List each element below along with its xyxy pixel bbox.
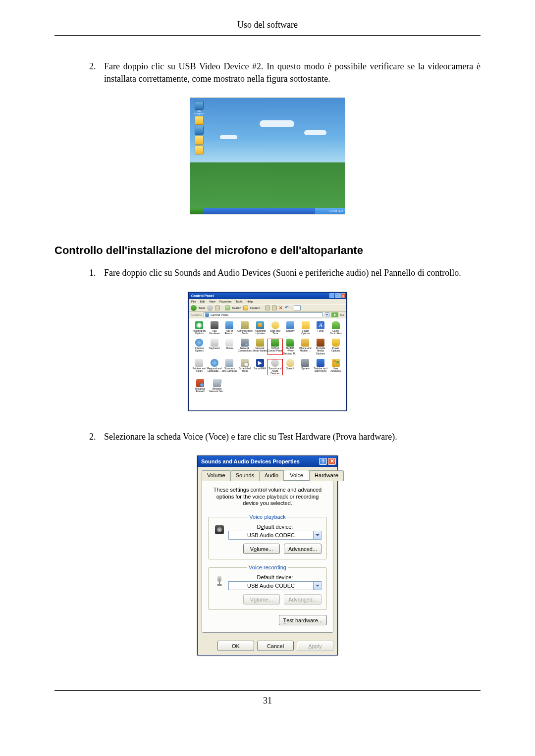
chevron-down-icon[interactable] bbox=[314, 531, 321, 540]
cp-item-portable-media[interactable]: Portable Media Devices bbox=[313, 339, 328, 355]
playback-device-combo[interactable]: USB Audio CODEC bbox=[228, 531, 321, 540]
menu-file[interactable]: File bbox=[191, 300, 196, 303]
microphone-icon bbox=[214, 574, 225, 586]
menu-tools[interactable]: Tools bbox=[236, 300, 243, 303]
power-options-icon bbox=[332, 339, 340, 347]
tab-sounds[interactable]: Sounds bbox=[230, 470, 260, 481]
cp-item-folder-options[interactable]: Folder Options bbox=[298, 321, 314, 335]
display-icon bbox=[286, 321, 294, 329]
cp-item-date-time[interactable]: Date and Time bbox=[268, 321, 283, 335]
apply-button: Apply bbox=[297, 641, 333, 651]
cp-item-phone-modem[interactable]: Phone and Modem ... bbox=[298, 339, 313, 355]
figure-control-panel: Control Panel － ▢ ✕ File Edit View Favor… bbox=[54, 292, 481, 411]
help-button[interactable]: ? bbox=[319, 458, 327, 465]
cp-item-automatic-updates[interactable]: Automatic Updates bbox=[253, 321, 268, 335]
cp-item-taskbar-startmenu[interactable]: Taskbar and Start Menu bbox=[313, 359, 328, 375]
fonts-icon: A bbox=[317, 321, 324, 329]
tab-voice[interactable]: Voice bbox=[283, 470, 310, 480]
tab-voice-pane: These settings control volume and advanc… bbox=[202, 480, 333, 633]
desktop-icon[interactable] bbox=[192, 146, 206, 154]
recording-volume-button: Volume... bbox=[243, 594, 280, 605]
step-text: Fare doppio clic su Sounds and Audio Dev… bbox=[104, 267, 481, 279]
undo-icon[interactable]: ↶ bbox=[285, 305, 289, 310]
search-icon[interactable] bbox=[225, 305, 230, 310]
cp-item-system[interactable]: System bbox=[298, 359, 313, 375]
cp-item-wireless-network[interactable]: Wireless Network Set... bbox=[209, 379, 225, 393]
cp-item-sounds-audio-devices[interactable]: Sounds and Audio Devices bbox=[268, 359, 283, 375]
taskbar[interactable]: 1:37 PM 14:59 bbox=[190, 208, 345, 214]
portable-media-icon bbox=[317, 339, 324, 347]
address-combo[interactable]: Control Panel bbox=[204, 312, 323, 317]
playback-device-value: USB Audio CODEC bbox=[228, 531, 314, 540]
go-button[interactable] bbox=[331, 312, 338, 317]
cp-item-scanners-cameras[interactable]: Scanners and Cameras bbox=[222, 359, 237, 375]
desktop-icon[interactable] bbox=[192, 116, 206, 125]
desktop-icon[interactable] bbox=[192, 126, 206, 135]
tab-volume[interactable]: Volume bbox=[202, 470, 231, 481]
cp-item-nvidia-cp[interactable]: NVIDIA Control Panel bbox=[268, 339, 283, 355]
cp-item-regional-language[interactable]: Regional and Language ... bbox=[207, 359, 222, 375]
window-titlebar[interactable]: Control Panel － ▢ ✕ bbox=[189, 293, 346, 299]
cp-item-fonts[interactable]: AFonts bbox=[313, 321, 328, 335]
minimize-button[interactable]: － bbox=[329, 293, 334, 298]
recording-device-combo[interactable]: USB Audio CODEC bbox=[228, 581, 321, 590]
menu-view[interactable]: View bbox=[209, 300, 215, 303]
start-button[interactable] bbox=[190, 208, 204, 214]
forward-button[interactable] bbox=[207, 305, 213, 311]
phone-modem-icon bbox=[301, 339, 309, 347]
desktop-icon-mycomputer[interactable]: My Computer bbox=[192, 101, 206, 115]
cp-item-printers-faxes[interactable]: Printers and Faxes bbox=[192, 359, 207, 375]
cp-item-network-setup-wizard[interactable]: Network Setup Wizard bbox=[252, 339, 268, 355]
system-tray[interactable]: 1:37 PM 14:59 bbox=[315, 208, 345, 214]
moveto-icon[interactable] bbox=[265, 305, 270, 310]
cp-item-network-connections[interactable]: Network Connections bbox=[237, 339, 253, 355]
playback-advanced-button[interactable]: Advanced... bbox=[284, 544, 321, 554]
cp-item-user-accounts[interactable]: User Accounts bbox=[328, 359, 343, 375]
menu-favorites[interactable]: Favorites bbox=[219, 300, 232, 303]
playback-volume-button[interactable]: Volume... bbox=[243, 544, 280, 554]
up-button[interactable] bbox=[215, 305, 220, 310]
address-dropdown-arrow[interactable] bbox=[325, 312, 329, 317]
cp-item-add-hardware[interactable]: Add Hardware bbox=[207, 321, 222, 335]
dialog-titlebar[interactable]: Sounds and Audio Devices Properties ? ✕ bbox=[198, 456, 337, 467]
cp-item-speech[interactable]: Speech bbox=[283, 359, 298, 375]
cp-item-accessibility[interactable]: Accessibility Options bbox=[192, 321, 207, 335]
test-hardware-button[interactable]: Test hardware... bbox=[279, 615, 327, 625]
cp-item-add-remove[interactable]: Add or Remov... bbox=[222, 321, 237, 335]
wireless-network-icon bbox=[213, 379, 221, 387]
cp-item-scheduled-tasks[interactable]: Scheduled Tasks bbox=[237, 359, 253, 375]
cp-item-admin-tools[interactable]: Administrative Tools bbox=[237, 321, 253, 335]
tab-audio[interactable]: Audio bbox=[259, 470, 284, 481]
close-button[interactable]: ✕ bbox=[340, 293, 345, 298]
desktop-icon[interactable] bbox=[192, 136, 206, 145]
cp-item-windows-firewall[interactable]: Windows Firewall bbox=[192, 379, 209, 393]
cancel-button[interactable]: Cancel bbox=[257, 641, 294, 651]
views-button[interactable] bbox=[294, 305, 301, 310]
delete-icon[interactable]: ✕ bbox=[279, 306, 283, 310]
menu-help[interactable]: Help bbox=[247, 300, 253, 303]
menubar[interactable]: File Edit View Favorites Tools Help bbox=[189, 299, 346, 304]
soundmax-icon: ▶ bbox=[256, 359, 264, 367]
ok-button[interactable]: OK bbox=[217, 641, 254, 651]
cp-item-game-controllers[interactable]: Game Controllers bbox=[328, 321, 344, 335]
sounds-audio-properties-dialog: Sounds and Audio Devices Properties ? ✕ … bbox=[197, 455, 338, 655]
close-button[interactable]: ✕ bbox=[328, 458, 336, 465]
cp-item-power-options[interactable]: Power Options bbox=[328, 339, 343, 355]
cp-item-soundmax[interactable]: ▶SoundMAX bbox=[252, 359, 268, 375]
folders-icon[interactable] bbox=[243, 305, 248, 310]
back-button[interactable] bbox=[191, 305, 197, 311]
copyto-icon[interactable] bbox=[272, 305, 277, 310]
cp-item-nvidia-nview[interactable]: NVIDIA nView Desktop M... bbox=[283, 339, 298, 355]
chevron-down-icon[interactable] bbox=[314, 581, 321, 590]
cp-item-keyboard[interactable]: Keyboard bbox=[207, 339, 222, 355]
nvidia-nview-icon bbox=[286, 339, 294, 347]
cp-item-internet-options[interactable]: Internet Options bbox=[192, 339, 207, 355]
cp-item-display[interactable]: Display bbox=[283, 321, 298, 335]
tab-hardware[interactable]: Hardware bbox=[309, 470, 344, 481]
step-2-top: 2. Fare doppio clic su USB Video Device … bbox=[54, 60, 481, 85]
sounds-audio-icon bbox=[271, 359, 279, 367]
menu-edit[interactable]: Edit bbox=[200, 300, 205, 303]
maximize-button[interactable]: ▢ bbox=[335, 293, 340, 298]
cp-item-mouse[interactable]: Mouse bbox=[222, 339, 237, 355]
nvidia-cp-icon bbox=[271, 339, 279, 347]
